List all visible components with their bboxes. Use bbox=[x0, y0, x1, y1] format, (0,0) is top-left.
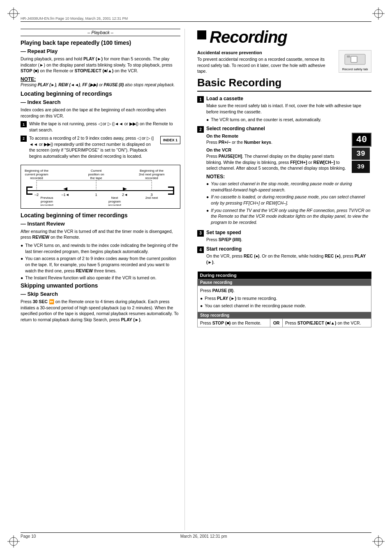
svg-marker-37 bbox=[63, 187, 67, 191]
page-content: – Playback – Playing back tape repeatedl… bbox=[21, 29, 371, 530]
header-bar: HR-J4008UM-EN.fm Page 10 Monday, March 2… bbox=[21, 16, 371, 22]
step-4-num: 4 bbox=[197, 246, 204, 253]
svg-text:recorded: recorded bbox=[40, 203, 53, 206]
svg-text:1: 1 bbox=[95, 193, 97, 197]
index-search-subtitle: — Index Search bbox=[21, 99, 180, 105]
step-2-vcr-title: On the VCR bbox=[206, 147, 371, 152]
notes-bullet2: ●If no cassette is loaded, or during rec… bbox=[206, 194, 371, 206]
playback-header: – Playback – bbox=[21, 29, 180, 36]
skip-search-subtitle: — Skip Search bbox=[21, 291, 180, 297]
skip-search-body: Press 30 SEC ⏩ on the Remote once to 4 t… bbox=[21, 299, 180, 323]
index-step1-num: 1 bbox=[21, 121, 27, 127]
safety-tab-label: Record safety tab bbox=[342, 67, 368, 71]
note-label: NOTE: bbox=[21, 76, 36, 82]
step-2-title: Select recording channel bbox=[206, 126, 371, 131]
digit-box-2: 39 bbox=[352, 147, 370, 160]
section-skip-search: Skipping unwanted portions — Skip Search… bbox=[21, 282, 180, 323]
step-2-remote-title: On the Remote bbox=[206, 134, 371, 138]
svg-text:Next: Next bbox=[111, 196, 118, 200]
svg-text:recorded: recorded bbox=[30, 176, 43, 180]
pause-bullet2: ●You can select channel in the recording… bbox=[200, 303, 369, 309]
svg-text:program: program bbox=[41, 200, 53, 203]
index-search-title: Locating beginning of recordings bbox=[21, 90, 180, 97]
index-step2-num: 2 bbox=[21, 136, 27, 142]
svg-text:2◄: 2◄ bbox=[122, 193, 128, 197]
svg-text:–1◄: –1◄ bbox=[62, 193, 69, 197]
footer-page: Page 10 bbox=[21, 534, 36, 539]
index-search-body: Index codes are placed on the tape at th… bbox=[21, 107, 180, 119]
step-3-title: Set tape speed bbox=[206, 230, 371, 235]
step-1-title: Load a cassette bbox=[206, 96, 371, 101]
corner-decoration-tr bbox=[372, 7, 385, 20]
index-step1: 1 While the tape is not running, press ◁… bbox=[21, 121, 180, 133]
step-1: 1 Load a cassette Make sure the record s… bbox=[197, 96, 371, 124]
svg-text:current program: current program bbox=[25, 173, 48, 176]
step-2-notes: NOTES: ●You can select channel in the st… bbox=[206, 174, 371, 226]
corner-decoration-tl bbox=[7, 7, 20, 20]
svg-rect-43 bbox=[347, 55, 350, 58]
svg-text:Beginning of the: Beginning of the bbox=[25, 169, 48, 173]
step-1-num: 1 bbox=[197, 96, 204, 103]
index-step2: 2 To access a recording of 2 to 9 index … bbox=[21, 135, 157, 159]
stop-col1: Press STOP (■) on the Remote. bbox=[198, 318, 270, 327]
step-3-content: Set tape speed Press SP/EP (I/III). bbox=[206, 230, 371, 245]
digit-box-1: 40 bbox=[352, 133, 371, 147]
footer-bar: Page 10 March 26, 2001 12:31 pm bbox=[21, 532, 371, 539]
pause-recording-body: Press PAUSE (II). ●Press PLAY (►) to res… bbox=[198, 286, 371, 312]
repeat-play-title: Playing back tape repeatedly (100 times) bbox=[21, 39, 180, 46]
svg-text:recorded: recorded bbox=[108, 203, 121, 206]
step-3-body: Press SP/EP (I/III). bbox=[206, 237, 371, 243]
index-label-box: INDEX 1 bbox=[160, 136, 180, 144]
step-3: 3 Set tape speed Press SP/EP (I/III). bbox=[197, 230, 371, 245]
stop-recording-header: Stop recording bbox=[198, 312, 371, 318]
pause-recording-header: Pause recording bbox=[198, 279, 371, 286]
step-3-num: 3 bbox=[197, 230, 204, 237]
notes-label: NOTES: bbox=[206, 174, 371, 180]
footer-date: March 26, 2001 12:31 pm bbox=[180, 534, 227, 539]
svg-text:Current: Current bbox=[91, 169, 102, 173]
section-instant-review: Locating beginning of timer recordings —… bbox=[21, 212, 180, 281]
stop-or: OR bbox=[270, 318, 283, 327]
svg-text:Previous: Previous bbox=[40, 196, 53, 200]
svg-text:recorded: recorded bbox=[145, 176, 158, 180]
step-4-content: Start recording On the VCR, press REC (●… bbox=[206, 246, 371, 267]
step-4-body: On the VCR, press REC (●). Or on the Rem… bbox=[206, 253, 371, 265]
step-2-num: 2 bbox=[197, 126, 204, 133]
index-step1-text: While the tape is not running, press ◁ o… bbox=[29, 121, 180, 133]
section-repeat-play: Playing back tape repeatedly (100 times)… bbox=[21, 39, 180, 88]
step-2-remote-body: Press PR+/– or the Number keys. bbox=[206, 139, 371, 145]
recording-black-box bbox=[197, 30, 206, 39]
svg-text:program: program bbox=[108, 200, 121, 203]
corner-decoration-bl bbox=[7, 535, 20, 548]
svg-text:Beginning of the: Beginning of the bbox=[140, 169, 164, 173]
digit-box-3: 39 bbox=[352, 161, 370, 173]
index-step2-text: To access a recording of 2 to 9 index co… bbox=[29, 135, 157, 159]
svg-text:3: 3 bbox=[150, 193, 152, 197]
section-index-search: Locating beginning of recordings — Index… bbox=[21, 90, 180, 209]
step-2: 2 Select recording channel 40 39 39 On t… bbox=[197, 126, 371, 228]
step-4-title: Start recording bbox=[206, 246, 371, 252]
step-2-content: Select recording channel 40 39 39 On the… bbox=[206, 126, 371, 228]
instant-review-bullet2: ●You can access a program of 2 to 9 inde… bbox=[21, 256, 180, 274]
svg-rect-42 bbox=[351, 56, 357, 62]
basic-recording-title: Basic Recording bbox=[197, 76, 371, 92]
step-4: 4 Start recording On the VCR, press REC … bbox=[197, 246, 371, 267]
step-2-vcr-body: Press PAUSE[CH]. The channel display on … bbox=[206, 153, 371, 171]
svg-marker-38 bbox=[123, 187, 127, 191]
step-1-content: Load a cassette Make sure the record saf… bbox=[206, 96, 371, 124]
svg-text:position on: position on bbox=[88, 173, 104, 176]
skip-search-title: Skipping unwanted portions bbox=[21, 282, 180, 289]
tape-diagram: Beginning of the current program recorde… bbox=[21, 165, 180, 209]
step-1-body: Make sure the record safety tab is intac… bbox=[206, 103, 371, 115]
stop-col2: Press STOP/EJECT (■/▲) on the VCR. bbox=[283, 318, 371, 327]
safety-tab-image: Record safety tab bbox=[339, 50, 371, 73]
left-column: – Playback – Playing back tape repeatedl… bbox=[21, 29, 185, 530]
instant-review-title: Locating beginning of timer recordings bbox=[21, 212, 180, 219]
instant-review-bullet1: ●The VCR turns on, and rewinds to the in… bbox=[21, 242, 180, 254]
instant-review-subtitle: — Instant Review bbox=[21, 221, 180, 227]
channel-display: 40 39 39 bbox=[352, 133, 371, 174]
during-recording-header: During recording bbox=[198, 272, 371, 279]
notes-bullet3: ●If you connect the TV and the VCR only … bbox=[206, 207, 371, 226]
corner-decoration-br bbox=[372, 535, 385, 548]
svg-text:the tape: the tape bbox=[90, 176, 102, 180]
